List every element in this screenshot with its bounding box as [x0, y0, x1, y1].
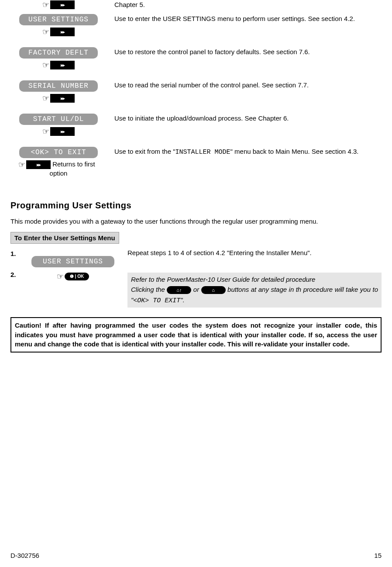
menu-desc: Use to read the serial number of the con…: [107, 74, 382, 107]
next-button-icon: [50, 0, 75, 9]
nav-hint: ☞: [10, 0, 107, 10]
note-l2b: or: [191, 286, 201, 293]
step-text: Repeat steps 1 to 4 of section 4.2 "Ente…: [123, 248, 382, 269]
pointing-hand-icon: ☞: [42, 0, 49, 10]
footer-doc-id: D-302756: [10, 552, 39, 559]
menu-desc: Use to restore the control panel to fact…: [107, 41, 382, 74]
ok-button-icon: ❶ | OK: [65, 273, 89, 280]
caution-box: Caution! If after having programmed the …: [10, 317, 382, 353]
desc-post: " menu back to Main Menu. See section 4.…: [230, 148, 359, 155]
pointing-hand-icon: ☞: [57, 272, 64, 281]
note-l2a: Clicking the: [131, 286, 167, 293]
next-button-icon: [26, 160, 51, 169]
pointing-hand-icon: ☞: [42, 27, 49, 37]
note-box: Refer to the PowerMaster-10 User Guide f…: [127, 273, 382, 308]
nav-hint: ☞: [10, 60, 107, 70]
returns-text-2: option: [10, 169, 107, 177]
step-number: 1.: [10, 248, 23, 269]
lcd-start-ul-dl: START UL/DL: [19, 114, 98, 125]
menu-desc: Chapter 5.: [107, 0, 382, 14]
page-footer: D-302756 15: [10, 552, 382, 559]
lcd-factory-deflt: FACTORY DEFLT: [19, 47, 98, 59]
nav-hint: ☞: [10, 27, 107, 37]
section-intro: This mode provides you with a gateway to…: [10, 217, 382, 226]
pointing-hand-icon: ☞: [18, 160, 25, 169]
next-button-icon: [50, 127, 75, 136]
steps-table: 1. USER SETTINGS Repeat steps 1 to 4 of …: [10, 248, 382, 308]
next-button-icon: [50, 94, 75, 103]
menu-desc: Use to enter the USER SETTINGS menu to p…: [107, 14, 382, 41]
nav-hint: ☞: [10, 93, 107, 103]
step-number: 2.: [10, 269, 23, 308]
note-line2: Clicking the ⌂↑ or ⌂ buttons at any stag…: [131, 284, 378, 306]
sub-header: To Enter the User Settings Menu: [10, 232, 119, 244]
note-mono: <OK> TO EXIT: [133, 297, 180, 304]
note-line1: Refer to the PowerMaster-10 User Guide f…: [131, 274, 378, 284]
lcd-user-settings: USER SETTINGS: [19, 14, 98, 25]
footer-page-number: 15: [374, 552, 382, 559]
next-button-icon: [50, 28, 75, 36]
next-button-icon: [50, 61, 75, 69]
nav-hint: ☞: [10, 127, 107, 136]
note-l2d: ".: [180, 296, 185, 304]
pointing-hand-icon: ☞: [42, 60, 49, 70]
lcd-serial-number: SERIAL NUMBER: [19, 80, 98, 92]
desc-mono: INSTALLER MODE: [175, 149, 230, 156]
lcd-user-settings-step: USER SETTINGS: [31, 256, 114, 267]
returns-text: Returns to first: [52, 160, 95, 168]
home-button-icon: ⌂: [201, 286, 226, 294]
installer-menu-list: ☞ Chapter 5. USER SETTINGS ☞ Use to ente…: [10, 0, 382, 179]
away-button-icon: ⌂↑: [167, 286, 191, 294]
desc-pre: Use to exit from the ": [114, 148, 175, 155]
pointing-hand-icon: ☞: [42, 127, 49, 136]
menu-desc: Use to exit from the "INSTALLER MODE" me…: [107, 141, 382, 179]
lcd-ok-to-exit: <OK> TO EXIT: [19, 147, 98, 158]
menu-desc: Use to initiate the upload/download proc…: [107, 107, 382, 141]
section-heading: Programming User Settings: [10, 201, 382, 211]
pointing-hand-icon: ☞: [42, 93, 49, 103]
